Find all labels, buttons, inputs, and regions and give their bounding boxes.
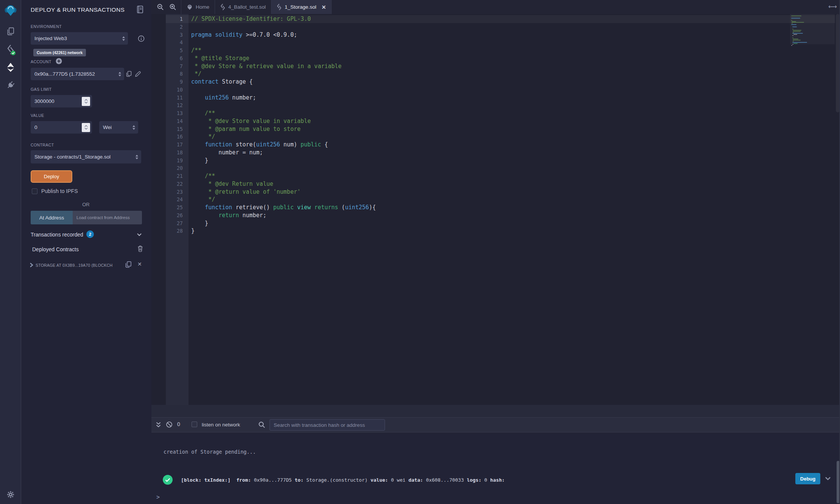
minimap-line (792, 42, 807, 43)
code-line: /** (191, 109, 376, 117)
code-line: pragma solidity >=0.7.0 <0.9.0; (191, 31, 376, 39)
at-address-button[interactable]: At Address (31, 211, 73, 224)
tx-field-label: [block: txIndex:] (181, 477, 231, 483)
terminal-prompt[interactable]: > (156, 494, 160, 501)
tab-home[interactable]: Home (181, 0, 215, 14)
transactions-count-badge: 2 (86, 230, 94, 238)
line-number: 14 (166, 117, 183, 125)
settings-gear-icon[interactable] (0, 490, 21, 499)
minimap-line (793, 41, 794, 42)
debug-button[interactable]: Debug (795, 473, 820, 484)
environment-info-icon[interactable] (138, 35, 145, 42)
code-line: } (191, 227, 376, 235)
line-number: 6 (166, 54, 183, 62)
copy-account-icon[interactable] (126, 71, 132, 77)
tab-label: 4_Ballot_test.sol (228, 4, 266, 10)
remove-contract-icon[interactable]: ✕ (137, 261, 142, 267)
solidity-compiler-icon[interactable] (0, 44, 21, 56)
solidity-icon (220, 4, 225, 10)
line-number: 8 (166, 70, 183, 78)
line-number: 26 (166, 212, 183, 219)
code-line: } (191, 157, 376, 165)
value-unit-select[interactable]: Wei (99, 121, 138, 134)
tab-1-storage-sol[interactable]: 1_Storage.sol✕ (271, 0, 332, 14)
code-line: uint256 number; (191, 94, 376, 102)
contract-label: CONTRACT (31, 143, 54, 147)
code-line: * @param num value to store (191, 125, 376, 133)
tx-details-chevron-icon[interactable] (824, 476, 831, 481)
code-content[interactable]: // SPDX-License-Identifier: GPL-3.0pragm… (191, 15, 376, 235)
minimap-line (793, 32, 794, 33)
line-number: 10 (166, 86, 183, 94)
editor-zoom-controls (151, 0, 181, 14)
clear-deployed-trash-icon[interactable] (137, 245, 143, 252)
code-line: */ (191, 133, 376, 141)
edit-account-icon[interactable] (135, 71, 141, 77)
select-caret-icon (118, 72, 122, 77)
code-line: // SPDX-License-Identifier: GPL-3.0 (191, 15, 376, 23)
documentation-icon[interactable] (136, 5, 144, 14)
at-address-input[interactable] (73, 211, 142, 224)
line-numbers: 1234567891011121314151617181920212223242… (166, 15, 183, 235)
clear-console-icon[interactable] (166, 421, 173, 428)
file-explorer-icon[interactable] (0, 26, 21, 36)
minimap-line (792, 23, 793, 24)
zoom-out-icon[interactable] (157, 3, 164, 11)
tx-success-icon (163, 475, 173, 485)
pending-tx-count: 0 (177, 421, 180, 427)
tab-scroll-arrows-icon[interactable]: ⟷ (828, 3, 837, 10)
add-account-icon[interactable] (56, 58, 62, 64)
code-line: */ (191, 196, 376, 204)
line-number: 2 (166, 23, 183, 31)
deployed-contract-item[interactable]: STORAGE AT 0X3B9...19A70 (BLOCKCH (36, 263, 122, 268)
listen-on-network-label: listen on network (202, 422, 240, 428)
number-spinner[interactable] (82, 97, 90, 106)
deploy-button[interactable]: Deploy (31, 170, 72, 183)
gas-limit-input[interactable]: 3000000 (31, 95, 92, 107)
tab-label: Home (196, 4, 209, 10)
transaction-log-line[interactable]: [block: txIndex:] from: 0x90a...777D5 to… (181, 477, 505, 483)
account-label: ACCOUNT (31, 59, 51, 64)
gas-limit-label: GAS LIMIT (31, 87, 52, 92)
code-line: * @title Storage (191, 54, 376, 62)
terminal-resize-handle[interactable] (151, 405, 840, 417)
panel-title: DEPLOY & RUN TRANSACTIONS (31, 6, 125, 13)
minimap-line (792, 33, 803, 34)
code-line (191, 86, 376, 94)
transactions-chevron-down-icon[interactable] (136, 232, 142, 238)
minimap[interactable] (790, 14, 835, 405)
line-number: 17 (166, 141, 183, 149)
line-number: 18 (166, 149, 183, 157)
zoom-in-icon[interactable] (169, 3, 176, 11)
terminal-search-input[interactable] (270, 419, 385, 431)
code-line: contract Storage { (191, 78, 376, 86)
line-number: 21 (166, 172, 183, 180)
terminal-expand-icon[interactable] (156, 422, 161, 428)
remix-logo-icon[interactable] (0, 4, 21, 17)
environment-select[interactable]: Injected Web3 (31, 32, 128, 45)
listen-on-network-checkbox[interactable] (192, 422, 197, 427)
publish-to-ipfs-checkbox[interactable] (32, 188, 37, 194)
line-number: 28 (166, 227, 183, 235)
number-spinner[interactable] (82, 123, 90, 132)
minimap-line (793, 34, 797, 35)
minimap-line (792, 26, 797, 27)
tx-field-value: 0x608...70033 (423, 477, 467, 483)
contract-select[interactable]: Storage - contracts/1_Storage.sol (31, 150, 141, 163)
close-tab-icon[interactable]: ✕ (321, 4, 326, 10)
tab-bar: Home4_Ballot_test.sol1_Storage.sol✕ ⟷ (151, 0, 840, 14)
code-editor[interactable]: 1234567891011121314151617181920212223242… (151, 14, 840, 405)
minimap-line (793, 40, 801, 40)
plugin-manager-icon[interactable] (0, 80, 21, 90)
account-select[interactable]: 0x90a...777D5 (1.7328552 (31, 68, 124, 80)
minimap-line (792, 37, 793, 38)
tab-4-ballot-test-sol[interactable]: 4_Ballot_test.sol (215, 0, 271, 14)
deploy-and-run-icon[interactable] (0, 62, 21, 72)
copy-contract-address-icon[interactable] (125, 261, 132, 268)
code-line: * @dev Store value in variable (191, 117, 376, 125)
remix-ide-window: DEPLOY & RUN TRANSACTIONS ENVIRONMENT In… (0, 0, 840, 504)
value-input[interactable]: 0 (31, 121, 92, 134)
deployed-item-expand-chevron-icon[interactable] (29, 263, 34, 268)
minimap-line (792, 21, 796, 22)
tab-label: 1_Storage.sol (285, 4, 316, 10)
